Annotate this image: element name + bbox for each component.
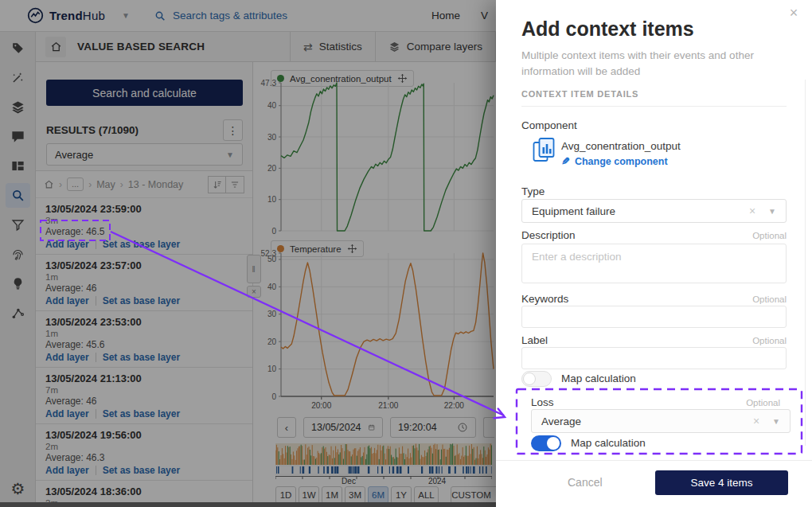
loss-select[interactable]: Average × ▼ [531,409,791,433]
result-item[interactable]: 13/05/2024 19:56:002mAverage: 46.3Add la… [36,424,252,481]
sidebar-item-filter[interactable] [6,213,30,237]
time-picker[interactable]: 19:20:04 [390,417,476,438]
nav-item-home[interactable]: Home [431,10,460,21]
change-component-link[interactable]: ✎ Change component [561,155,668,167]
svg-text:Dec: Dec [342,477,356,485]
sidebar-item-fingerprint[interactable] [6,242,30,267]
sidebar-item-tag[interactable] [6,36,30,60]
clear-icon[interactable]: × [749,205,755,217]
set-base-layer-link[interactable]: Set as base layer [103,239,180,250]
range-button-1d[interactable]: 1D [275,486,296,504]
svg-text:40: 40 [267,283,277,291]
add-layer-link[interactable]: Add layer [45,352,89,363]
aggregation-select[interactable]: Average ▼ [46,143,243,166]
settings-button[interactable]: ⚙ [6,476,30,501]
clear-icon[interactable]: × [753,415,759,427]
add-layer-link[interactable]: Add layer [45,239,89,250]
modal-subtitle: Multiple context items with their events… [521,48,791,79]
description-optional: Optional [752,231,787,240]
component-document-icon [533,137,556,163]
clipped-button[interactable] [483,417,494,438]
svg-text:21:00: 21:00 [378,401,398,410]
results-list: › ... › May › 13 - Monday 13/05/2024 23:… [36,170,252,507]
breadcrumb-month[interactable]: May [96,179,115,190]
page-title: VALUE BASED SEARCH [77,41,205,53]
set-base-layer-link[interactable]: Set as base layer [103,465,180,476]
range-button-1w[interactable]: 1W [299,486,319,504]
results-panel: Search and calculate RESULTS (7/1090) ⋮ … [36,62,253,507]
brand-dropdown-caret[interactable]: ▼ [122,11,130,20]
keywords-input[interactable] [521,306,787,328]
home-button[interactable] [45,37,66,57]
sidebar-item-lightbulb[interactable] [6,271,30,296]
tab-compare-layers[interactable]: Compare layers [376,32,495,62]
result-average: Average: 45.6 [45,339,243,350]
label-optional: Optional [752,336,787,345]
sidebar-item-dashboard[interactable] [6,154,30,178]
sort-descending-button[interactable] [208,176,226,193]
range-button-1y[interactable]: 1Y [391,486,412,504]
svg-text:20: 20 [267,337,277,346]
modal-title: Add context items [521,18,694,41]
sidebar-item-layers[interactable] [6,95,30,119]
svg-text:50: 50 [267,255,277,263]
map-calculation-toggle-off[interactable] [521,371,552,387]
collapse-list-button[interactable] [226,176,244,193]
loss-map-calculation-toggle-on[interactable] [531,435,561,451]
result-average: Average: 46 [45,283,243,294]
save-items-button[interactable]: Save 4 items [655,470,788,495]
set-base-layer-link[interactable]: Set as base layer [103,408,180,419]
fingerprint-icon [10,247,25,262]
avg-concentration-chart[interactable]: 47.3403020100 [260,75,496,239]
sidebar-item-search[interactable] [6,183,30,208]
range-button-3m[interactable]: 3M [345,486,365,504]
range-button-all[interactable]: ALL [414,486,439,504]
sidebar-item-comment[interactable] [6,124,30,149]
filter-icon [10,217,25,232]
range-buttons: 1D1W1M3M6M1YALLCUSTOM▲ [275,486,503,504]
type-select[interactable]: Equipment failure × ▼ [521,199,787,223]
date-picker[interactable]: 13/05/2024 [303,417,383,438]
modal-scrollbar[interactable] [805,80,806,446]
svg-text:2024: 2024 [428,477,447,485]
search-and-calculate-button[interactable]: Search and calculate [46,80,243,106]
svg-text:0: 0 [271,227,276,236]
top-bar: TrendHub ▼ Search tags & attributes Home… [0,0,496,32]
set-base-layer-link[interactable]: Set as base layer [103,352,180,363]
label-input[interactable] [521,347,787,369]
close-icon[interactable]: × [785,5,802,22]
home-icon[interactable] [44,179,54,189]
gear-icon: ⚙ [11,479,25,498]
tab-statistics[interactable]: ⇄ Statistics [291,32,375,62]
sidebar-item-graph[interactable] [6,301,30,326]
result-timestamp: 13/05/2024 19:56:00 [45,429,243,441]
loss-map-calculation-label: Map calculation [571,437,646,449]
step-back-button[interactable]: ‹ [277,417,296,438]
section-header: CONTEXT ITEM DETAILS [521,89,638,99]
timeline-minimap[interactable]: Dec2024 [275,443,492,485]
collapse-icon [229,179,240,190]
description-textarea[interactable] [521,244,787,283]
set-base-layer-link[interactable]: Set as base layer [103,295,180,306]
results-menu-button[interactable]: ⋮ [223,119,243,141]
add-layer-link[interactable]: Add layer [45,465,89,476]
add-layer-link[interactable]: Add layer [45,408,89,419]
add-layer-link[interactable]: Add layer [45,295,89,306]
global-search[interactable]: Search tags & attributes [154,10,287,22]
breadcrumb-ellipsis[interactable]: ... [67,177,84,191]
range-button-1m[interactable]: 1M [322,486,342,504]
temperature-chart[interactable]: 52.35040302010020:0021:0022:00 [260,247,496,414]
brand-name: TrendHub [49,9,105,22]
result-item[interactable]: 13/05/2024 21:13:007mAverage: 46Add laye… [36,368,252,424]
result-average: Average: 46.5 [45,226,243,237]
sidebar-item-magic-wand[interactable] [6,65,30,90]
result-item[interactable]: 13/05/2024 23:57:001mAverage: 46Add laye… [36,255,252,311]
nav-item-partial[interactable]: V [481,10,488,21]
range-button-6m[interactable]: 6M [368,486,388,504]
cancel-button[interactable]: Cancel [568,476,603,489]
app-logo[interactable]: TrendHub ▼ [0,7,130,24]
result-item[interactable]: 13/05/2024 23:53:001mAverage: 45.6Add la… [36,311,252,368]
result-item[interactable]: 13/05/2024 23:59:003mAverage: 46.5Add la… [36,198,252,255]
breadcrumb-day[interactable]: 13 - Monday [128,179,183,190]
svg-text:22:00: 22:00 [444,401,464,410]
